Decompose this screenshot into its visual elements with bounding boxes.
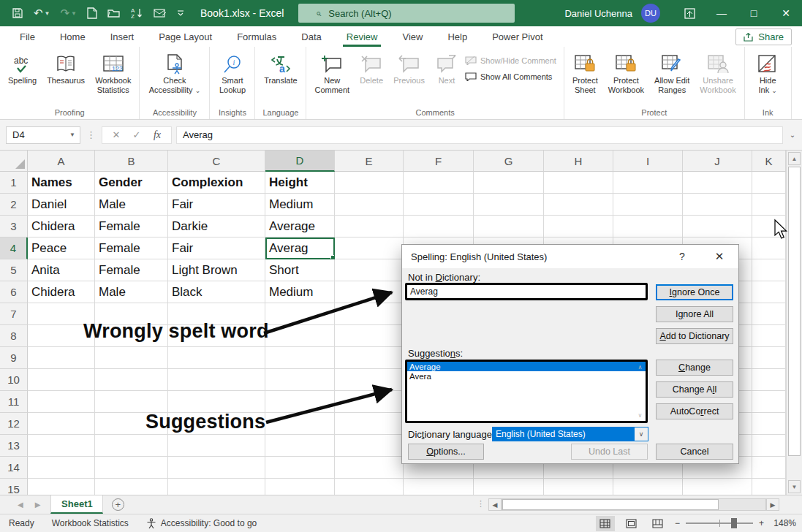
tab-review[interactable]: Review	[334, 26, 390, 47]
cell-A6[interactable]: Chidera	[28, 281, 95, 303]
cell-C11[interactable]	[168, 391, 265, 413]
cell-E13[interactable]	[335, 435, 404, 457]
cell-A13[interactable]	[28, 435, 95, 457]
cell-E2[interactable]	[335, 194, 404, 216]
row-header-13[interactable]: 13	[0, 435, 28, 457]
workbook-statistics-button[interactable]: 123 Workbook Statistics	[90, 50, 136, 95]
add-to-dictionary-button[interactable]: Add to Dictionary	[656, 328, 733, 344]
share-button[interactable]: Share	[735, 28, 792, 45]
hscroll-divider[interactable]: ⋮	[477, 499, 485, 509]
name-box[interactable]: D4 ▼	[6, 126, 80, 144]
cell-I1[interactable]	[613, 172, 683, 194]
select-all-corner[interactable]	[0, 151, 28, 172]
cell-D7[interactable]	[265, 303, 335, 325]
cell-E1[interactable]	[335, 172, 404, 194]
column-header-F[interactable]: F	[404, 151, 474, 172]
new-comment-button[interactable]: New Comment	[309, 50, 355, 95]
row-header-1[interactable]: 1	[0, 172, 28, 194]
cancel-button[interactable]: Cancel	[656, 444, 733, 460]
cell-K7[interactable]	[752, 303, 786, 325]
cell-G1[interactable]	[474, 172, 544, 194]
cell-E5[interactable]	[335, 259, 404, 281]
column-header-G[interactable]: G	[474, 151, 544, 172]
name-box-dropdown-icon[interactable]: ▼	[69, 132, 75, 138]
protect-workbook-button[interactable]: Protect Workbook	[603, 50, 649, 95]
cell-D14[interactable]	[265, 457, 335, 479]
cell-D1[interactable]: Height	[265, 172, 335, 194]
allow-edit-ranges-button[interactable]: Allow Edit Ranges	[649, 50, 695, 95]
cancel-entry-icon[interactable]: ✕	[107, 129, 126, 140]
fill-handle[interactable]	[330, 255, 335, 259]
show-all-comments-button[interactable]: Show All Comments	[465, 72, 556, 81]
user-name[interactable]: Daniel Uchenna	[564, 8, 632, 19]
dialog-title-bar[interactable]: Spelling: English (United States) ? ✕	[402, 245, 738, 268]
cell-B13[interactable]	[95, 435, 168, 457]
sort-az-icon[interactable]: AZ	[131, 7, 143, 19]
row-header-5[interactable]: 5	[0, 259, 28, 281]
tab-file[interactable]: File	[7, 26, 48, 47]
column-header-E[interactable]: E	[335, 151, 404, 172]
tab-formulas[interactable]: Formulas	[224, 26, 289, 47]
tab-view[interactable]: View	[390, 26, 435, 47]
cell-E8[interactable]	[335, 325, 404, 347]
page-break-preview-button[interactable]	[648, 516, 667, 531]
cell-I15[interactable]	[613, 479, 683, 495]
hscroll-left-icon[interactable]: ◀	[488, 498, 502, 511]
cell-A12[interactable]	[28, 413, 95, 435]
cell-I2[interactable]	[613, 194, 683, 216]
cell-C6[interactable]: Black	[168, 281, 265, 303]
status-workbook-statistics[interactable]: Workbook Statistics	[43, 518, 137, 528]
row-header-14[interactable]: 14	[0, 457, 28, 479]
suggestion-item-selected[interactable]: Average	[407, 362, 646, 371]
cell-J15[interactable]	[683, 479, 752, 495]
cell-G15[interactable]	[474, 479, 544, 495]
hide-ink-button[interactable]: Hide Ink ⌄	[751, 50, 784, 96]
cell-B11[interactable]	[95, 391, 168, 413]
column-header-K[interactable]: K	[752, 151, 786, 172]
thesaurus-button[interactable]: Thesaurus	[42, 50, 90, 86]
normal-view-button[interactable]	[596, 516, 615, 531]
cell-B3[interactable]: Female	[95, 216, 168, 238]
undo-icon[interactable]: ↶▼	[34, 7, 50, 20]
cell-A5[interactable]: Anita	[28, 259, 95, 281]
cell-B4[interactable]: Female	[95, 238, 168, 259]
check-accessibility-button[interactable]: Check Accessibility ⌄	[144, 50, 206, 96]
search-input[interactable]: ⌕ Search (Alt+Q)	[298, 4, 515, 23]
cell-B14[interactable]	[95, 457, 168, 479]
spelling-button[interactable]: abc Spelling	[3, 50, 42, 86]
cell-K14[interactable]	[752, 457, 786, 479]
maximize-button[interactable]: □	[738, 0, 770, 26]
row-header-15[interactable]: 15	[0, 479, 28, 495]
column-header-H[interactable]: H	[544, 151, 613, 172]
cell-K8[interactable]	[752, 325, 786, 347]
cell-F2[interactable]	[404, 194, 474, 216]
cell-K9[interactable]	[752, 347, 786, 369]
cell-B2[interactable]: Male	[95, 194, 168, 216]
suggestions-list[interactable]: Average Avera ∧ ∨	[405, 360, 648, 423]
cell-E6[interactable]	[335, 281, 404, 303]
cell-E12[interactable]	[335, 413, 404, 435]
next-sheet-icon[interactable]: ▶	[35, 501, 41, 509]
cell-H15[interactable]	[544, 479, 613, 495]
cell-G3[interactable]	[474, 216, 544, 238]
cell-A15[interactable]	[28, 479, 95, 495]
zoom-slider-thumb[interactable]	[731, 518, 737, 528]
cell-A4[interactable]: Peace	[28, 238, 95, 259]
tab-page-layout[interactable]: Page Layout	[146, 26, 224, 47]
horizontal-scrollbar-thumb[interactable]	[502, 499, 719, 510]
column-header-B[interactable]: B	[95, 151, 168, 172]
prev-sheet-icon[interactable]: ◀	[18, 501, 23, 509]
cell-B10[interactable]	[95, 369, 168, 391]
cell-C5[interactable]: Light Brown	[168, 259, 265, 281]
horizontal-scrollbar[interactable]	[502, 498, 766, 511]
vertical-scrollbar[interactable]: ▲ ▼	[786, 151, 802, 495]
cell-C4[interactable]: Fair	[168, 238, 265, 259]
sheet-tab-sheet1[interactable]: Sheet1	[50, 495, 103, 514]
cell-D13[interactable]	[265, 435, 335, 457]
ignore-all-button[interactable]: Ignore All	[656, 306, 733, 322]
row-header-4[interactable]: 4	[0, 238, 28, 259]
avatar[interactable]: DU	[641, 4, 660, 23]
smart-lookup-button[interactable]: i Smart Lookup	[214, 50, 251, 95]
cell-C1[interactable]: Complexion	[168, 172, 265, 194]
zoom-slider[interactable]	[686, 522, 753, 524]
